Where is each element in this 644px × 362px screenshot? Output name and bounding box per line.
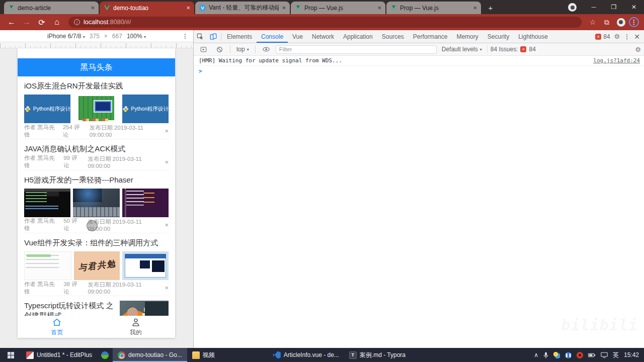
display-tray-icon[interactable] xyxy=(601,352,608,358)
browser-tab-demo-toutiao[interactable]: demo-toutiao × xyxy=(100,2,194,14)
tab-close-icon[interactable]: × xyxy=(377,4,381,12)
viewport-width-field[interactable]: 375 xyxy=(90,33,100,40)
article-close-icon[interactable]: × xyxy=(165,158,169,166)
device-select[interactable]: iPhone 6/7/8 ▾ xyxy=(47,33,85,40)
devtools-tab-console[interactable]: Console xyxy=(257,30,288,43)
article-thumbnail-code-editor xyxy=(122,189,169,217)
log-levels-select[interactable]: Default levels ▾ xyxy=(440,46,484,53)
console-prompt[interactable]: > xyxy=(194,66,644,76)
start-button[interactable] xyxy=(0,348,21,362)
article-item[interactable]: Typescript玩转设计模式 之 创建型模式 作者 黑马先锋 24 评论 发… xyxy=(24,296,169,316)
devtools-tab-performance[interactable]: Performance xyxy=(409,30,452,43)
article-close-icon[interactable]: × xyxy=(165,127,169,135)
inspect-element-icon[interactable] xyxy=(194,30,207,43)
viewport-height-field[interactable]: 667 xyxy=(112,33,122,40)
article-thumbnail-laptop xyxy=(73,189,119,217)
browser-tab-vant[interactable]: V Vant - 轻量、可靠的移动端组件 × xyxy=(195,2,290,14)
input-language-indicator[interactable]: 英 xyxy=(613,351,619,359)
tray-chevron-icon[interactable]: ∧ xyxy=(534,351,538,358)
pause-tray-icon[interactable]: ❚❚ xyxy=(565,352,572,358)
page-info-icon[interactable]: i xyxy=(74,19,80,25)
home-button[interactable]: ⌂ xyxy=(50,16,63,29)
tabbar-item-mine[interactable]: 我的 xyxy=(97,317,176,337)
taskbar-item-editplus[interactable]: Untitled1 * - EditPlus xyxy=(21,348,97,362)
back-button[interactable]: ← xyxy=(5,16,18,29)
devtools-tab-lighthouse[interactable]: Lighthouse xyxy=(514,30,552,43)
live-expression-eye-icon[interactable] xyxy=(260,43,273,56)
article-item[interactable]: Vue组件开发实录：组件的三种调用方式 与君共勉 xyxy=(24,233,169,296)
device-toolbar-toggle-icon[interactable] xyxy=(207,30,220,43)
devtools-tab-application[interactable]: Application xyxy=(339,30,377,43)
console-messages[interactable]: [HMR] Waiting for update signal from WDS… xyxy=(194,56,644,348)
article-thumbnail-python: Python程序设计 xyxy=(122,95,169,123)
execution-context-select[interactable]: top ▾ xyxy=(234,46,251,53)
browser-tab-demo-article[interactable]: demo-article × xyxy=(4,2,99,14)
devtools-tab-memory[interactable]: Memory xyxy=(452,30,482,43)
microphone-icon[interactable] xyxy=(543,352,548,358)
zoom-select[interactable]: 100% ▾ xyxy=(127,33,146,40)
tab-close-icon[interactable]: × xyxy=(473,4,477,12)
battery-tray-icon[interactable] xyxy=(588,352,596,358)
article-comments: 38 评论 xyxy=(63,281,81,296)
forward-button[interactable]: → xyxy=(20,16,33,29)
tab-close-icon[interactable]: × xyxy=(91,4,95,12)
extensions-icon[interactable]: ⧉ xyxy=(601,16,613,28)
url-host: localhost xyxy=(84,19,108,26)
devtools-tab-sources[interactable]: Sources xyxy=(377,30,409,43)
close-window-button[interactable]: ✕ xyxy=(624,0,644,14)
vue-favicon xyxy=(104,5,110,11)
weather-app-tray-icon[interactable] xyxy=(553,352,560,358)
device-toolbar-menu-icon[interactable]: ⋮ xyxy=(182,33,188,40)
tab-close-icon[interactable]: × xyxy=(186,4,190,12)
taskbar-item-typora[interactable]: T 案例.md - Typora xyxy=(344,348,411,362)
devtools-tab-network[interactable]: Network xyxy=(307,30,339,43)
devtools-menu-icon[interactable]: ⋮ xyxy=(624,33,630,40)
article-close-icon[interactable]: × xyxy=(165,284,169,292)
browser-tab-prop-vuejs-2[interactable]: Prop — Vue.js × xyxy=(386,2,481,14)
error-icon: × xyxy=(595,34,601,40)
new-tab-button[interactable]: + xyxy=(485,2,496,13)
article-item[interactable]: iOS原生混合RN开发最佳实践 Python程序设计 xyxy=(24,76,169,139)
recording-tray-icon[interactable] xyxy=(577,352,583,358)
reload-button[interactable]: ⟳ xyxy=(35,16,48,29)
article-author: 作者 黑马先锋 xyxy=(24,124,56,139)
address-bar[interactable]: i localhost:8080/#/ xyxy=(68,17,582,28)
clear-console-icon[interactable] xyxy=(213,43,226,56)
article-close-icon[interactable]: × xyxy=(165,221,169,229)
devtools-tab-security[interactable]: Security xyxy=(483,30,514,43)
windows-taskbar: Untitled1 * - EditPlus demo-toutiao - Go… xyxy=(0,348,644,362)
article-thumbnail-document xyxy=(24,251,71,280)
browser-tab-prop-vuejs-1[interactable]: Prop — Vue.js × xyxy=(291,2,385,14)
bookmark-star-icon[interactable]: ☆ xyxy=(587,16,599,28)
taskbar-item-vscode[interactable]: ArticleInfo.vue - de... xyxy=(268,348,344,362)
profile-icon[interactable] xyxy=(568,3,577,12)
avatar-icon[interactable] xyxy=(617,18,625,27)
console-sidebar-icon[interactable] xyxy=(197,43,210,56)
devtools-tab-vue[interactable]: Vue xyxy=(288,30,307,43)
article-item[interactable]: JAVA消息确认机制之ACK模式 作者 黑马先锋 99 评论 发布日期 2019… xyxy=(24,139,169,170)
devtools-close-icon[interactable]: ✕ xyxy=(634,33,640,41)
device-emulation-pane: iPhone 6/7/8 ▾ 375 × 667 100% ▾ ⋮ 黑马头条 xyxy=(0,30,194,348)
chrome-menu-icon[interactable]: ⋮ xyxy=(629,17,639,27)
tab-title: Prop — Vue.js xyxy=(304,5,374,12)
home-icon xyxy=(52,317,62,327)
taskbar-item-folder[interactable]: 视频 xyxy=(187,348,220,362)
dimension-times: × xyxy=(104,33,108,40)
taskbar-item-pinned-app[interactable] xyxy=(97,348,113,362)
maximize-button[interactable]: ❐ xyxy=(604,0,624,14)
console-settings-icon[interactable]: ⚙ xyxy=(635,46,641,53)
devtools-tab-elements[interactable]: Elements xyxy=(222,30,257,43)
issues-counter[interactable]: 84 Issues: × 84 xyxy=(487,46,539,53)
minimize-button[interactable]: ─ xyxy=(584,0,604,14)
taskbar-item-chrome[interactable]: demo-toutiao - Go... xyxy=(113,348,187,362)
chrome-icon xyxy=(118,351,125,359)
clock[interactable]: 15:42 xyxy=(624,351,639,358)
console-source-link[interactable]: log.js?1afd:24 xyxy=(593,57,640,64)
devtools-settings-icon[interactable]: ⚙ xyxy=(614,33,620,40)
console-filter-input[interactable] xyxy=(276,45,437,54)
article-author: 作者 黑马先锋 xyxy=(24,217,57,232)
error-count-badge[interactable]: × 84 xyxy=(595,33,610,40)
tab-close-icon[interactable]: × xyxy=(282,4,286,12)
article-date: 发布日期 2019-03-11 09:00:00 xyxy=(90,124,158,138)
tabbar-item-home[interactable]: 首页 xyxy=(18,317,97,337)
